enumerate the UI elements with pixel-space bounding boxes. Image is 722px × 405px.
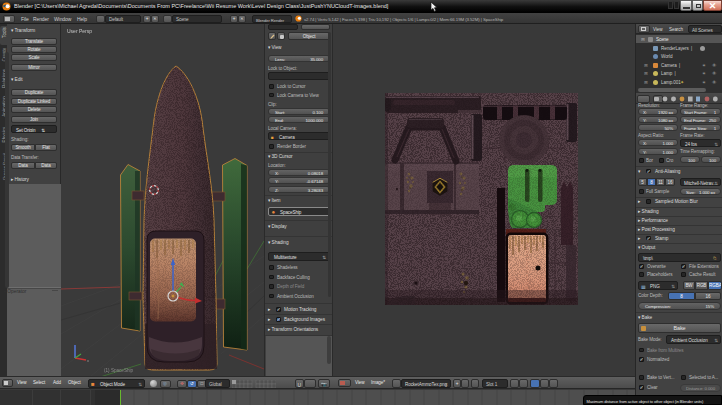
svg-text:x: x <box>87 358 89 363</box>
svg-text:User Persp: User Persp <box>67 28 92 34</box>
svg-text:(1) SpaceShip: (1) SpaceShip <box>104 368 134 373</box>
